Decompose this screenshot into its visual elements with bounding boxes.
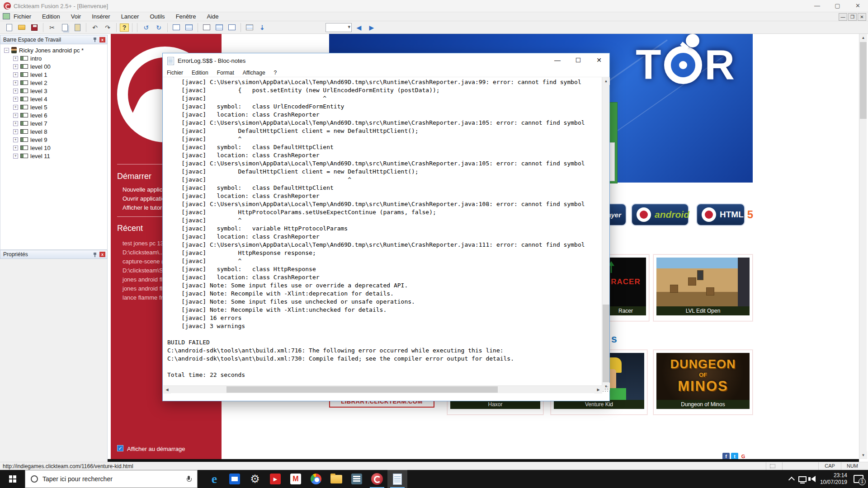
maximize-button[interactable]: ▢ xyxy=(827,0,848,12)
zoom-combo-box[interactable] xyxy=(326,23,352,32)
pin-icon[interactable] xyxy=(93,252,98,257)
tree-item-level-2[interactable]: +level 2 xyxy=(13,79,47,87)
pin-icon[interactable] xyxy=(93,37,98,42)
startup-checkbox-label[interactable]: Afficher au démarrage xyxy=(127,446,185,452)
start-button[interactable] xyxy=(0,470,25,488)
recent-file-link[interactable]: D:\clicksteam\...\ xyxy=(123,249,165,256)
expand-icon[interactable]: + xyxy=(13,129,18,134)
expand-icon[interactable]: + xyxy=(13,145,18,150)
maximize-button[interactable]: ☐ xyxy=(568,53,589,68)
notepad-title-bar[interactable]: ErrorLog.S$$ - Bloc-notes — ☐ ✕ xyxy=(163,53,609,68)
recent-file-link[interactable]: capture-scene (1 xyxy=(123,258,167,265)
scrollbar-thumb[interactable] xyxy=(226,386,498,393)
menu-aide[interactable]: Aide xyxy=(207,13,218,20)
minimize-button[interactable]: — xyxy=(547,53,568,68)
run-application-button[interactable] xyxy=(244,23,255,33)
store-item-lvl-edit[interactable]: LVL Edit Open xyxy=(653,254,753,321)
expand-icon[interactable]: + xyxy=(13,89,18,94)
resize-grip[interactable] xyxy=(602,385,609,393)
taskbar-mail-icon[interactable] xyxy=(225,470,245,488)
tree-root-row[interactable]: − Ricky Jones android pc * xyxy=(4,46,84,54)
close-panel-icon[interactable]: x xyxy=(99,252,105,257)
tree-item-level-4[interactable]: +level 4 xyxy=(13,95,47,103)
html5-export-badge[interactable]: HTML5 xyxy=(696,203,745,226)
menu-lancer[interactable]: Lancer xyxy=(121,13,139,20)
android-export-badge[interactable]: android xyxy=(631,203,689,226)
close-button[interactable]: ✕ xyxy=(848,0,868,12)
tree-item-level-00[interactable]: +level 00 xyxy=(13,62,51,70)
storyboard-editor-button[interactable] xyxy=(171,23,182,33)
navigate-back-icon[interactable]: ↺ xyxy=(141,23,151,33)
menu-fichier[interactable]: Fichier xyxy=(14,13,31,20)
menu-insérer[interactable]: Insérer xyxy=(92,13,110,20)
taskbar-notepad-icon[interactable] xyxy=(387,470,407,488)
open-button[interactable] xyxy=(16,23,27,33)
scroll-up-icon[interactable]: ▲ xyxy=(859,34,867,42)
scroll-left-icon[interactable]: ◀ xyxy=(163,386,171,394)
expand-icon[interactable]: + xyxy=(13,113,18,118)
save-button[interactable] xyxy=(29,23,40,33)
tree-item-level-11[interactable]: +level 11 xyxy=(13,152,50,160)
menu-outils[interactable]: Outils xyxy=(150,13,165,20)
welcome-scrollbar[interactable]: ▲ ▼ xyxy=(859,34,867,459)
taskbar-gmail-icon[interactable]: M xyxy=(286,470,306,488)
tree-item-level-5[interactable]: +level 5 xyxy=(13,103,47,111)
tree-item-level-7[interactable]: +level 7 xyxy=(13,119,47,127)
expand-icon[interactable]: + xyxy=(13,72,18,77)
minimize-button[interactable]: — xyxy=(807,0,827,12)
redo-icon[interactable]: ↷ xyxy=(102,23,113,33)
mdi-minimize-button[interactable]: — xyxy=(839,13,847,21)
menu-fenêtre[interactable]: Fenêtre xyxy=(176,13,196,20)
microphone-icon[interactable] xyxy=(186,476,191,483)
mdi-close-button[interactable]: ✕ xyxy=(858,13,866,21)
expand-icon[interactable]: + xyxy=(13,105,18,110)
run-frame-button[interactable]: ⇣ xyxy=(257,23,268,33)
close-button[interactable]: ✕ xyxy=(589,53,609,68)
tree-item-intro[interactable]: +intro xyxy=(13,54,42,62)
taskbar-clock[interactable]: 23:14 10/07/2019 xyxy=(820,472,847,486)
scroll-up-icon[interactable]: ▲ xyxy=(602,77,610,85)
expand-icon[interactable]: + xyxy=(13,80,18,85)
expand-icon[interactable]: + xyxy=(13,154,18,159)
copy-icon[interactable] xyxy=(59,23,70,33)
scrollbar-thumb[interactable] xyxy=(603,305,609,382)
taskbar-search-input[interactable]: Taper ici pour rechercher xyxy=(25,470,198,488)
new-button[interactable] xyxy=(4,23,14,33)
notepad-menu-fichier[interactable]: Fichier xyxy=(167,70,183,76)
frame-editor-button[interactable] xyxy=(184,23,194,33)
scrollbar-thumb[interactable] xyxy=(860,42,867,119)
speaker-icon[interactable] xyxy=(811,476,816,482)
start-link[interactable]: Afficher le tutoriel xyxy=(123,204,168,211)
help-icon[interactable]: ? xyxy=(120,23,129,32)
collapse-icon[interactable]: − xyxy=(4,48,9,53)
expand-icon[interactable]: + xyxy=(13,56,18,61)
taskbar-chrome-icon[interactable] xyxy=(306,470,326,488)
paste-icon[interactable] xyxy=(72,23,83,33)
scroll-right-icon[interactable]: ▶ xyxy=(594,386,602,394)
google-plus-icon[interactable]: G xyxy=(740,453,747,459)
undo-icon[interactable]: ↶ xyxy=(90,23,100,33)
notifications-icon[interactable]: 1 xyxy=(854,475,863,483)
data-elements-button[interactable] xyxy=(226,23,237,33)
taskbar-video-app-icon[interactable]: ▶ xyxy=(265,470,285,488)
tree-item-level-1[interactable]: +level 1 xyxy=(13,70,47,79)
scroll-down-icon[interactable]: ▼ xyxy=(859,451,867,459)
cut-icon[interactable]: ✂ xyxy=(47,23,57,33)
taskbar-clickteam-fusion-icon[interactable] xyxy=(367,470,387,488)
facebook-icon[interactable]: f xyxy=(722,453,730,459)
mdi-restore-button[interactable]: ❐ xyxy=(848,13,857,21)
notepad-menu-format[interactable]: Format xyxy=(217,70,234,76)
menu-voir[interactable]: Voir xyxy=(71,13,81,20)
notepad-menu-affichage[interactable]: Affichage xyxy=(243,70,265,76)
taskbar-spreadsheet-icon[interactable] xyxy=(347,470,367,488)
taskbar-file-explorer-icon[interactable] xyxy=(326,470,346,488)
tray-chevron-up-icon[interactable] xyxy=(788,477,795,483)
next-frame-icon[interactable]: ▶ xyxy=(366,23,377,33)
navigate-forward-icon[interactable]: ↻ xyxy=(153,23,164,33)
recent-file-link[interactable]: test jones pc 130 xyxy=(123,240,167,247)
expand-icon[interactable]: + xyxy=(13,137,18,142)
tree-item-level-9[interactable]: +level 9 xyxy=(13,136,47,144)
store-item-dungeon-of-minos[interactable]: DUNGEON OF MINOS Dungeon of Minos xyxy=(653,350,753,415)
taskbar-edge-icon[interactable]: e xyxy=(204,470,224,488)
expand-icon[interactable]: + xyxy=(13,64,18,69)
